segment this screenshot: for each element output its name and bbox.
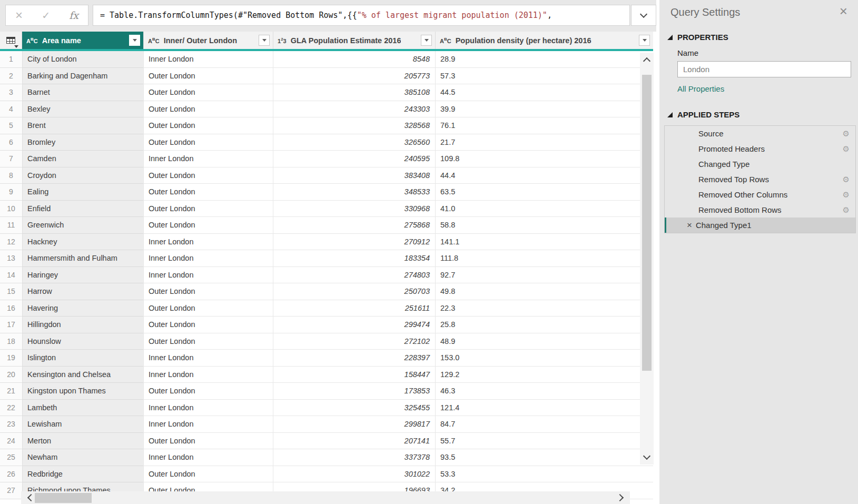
cell-inner-outer[interactable]: Outer London	[143, 101, 273, 118]
cell-density[interactable]: 58.8	[435, 217, 653, 234]
cell-area-name[interactable]: Hillingdon	[22, 317, 143, 333]
cell-area-name[interactable]: Harrow	[22, 283, 143, 300]
cell-area-name[interactable]: Lambeth	[22, 400, 143, 417]
gear-icon[interactable]: ⚙	[843, 175, 850, 184]
row-number[interactable]: 2	[0, 68, 22, 85]
cell-area-name[interactable]: Kingston upon Thames	[22, 383, 143, 400]
column-header[interactable]: ABC Population density (per hectare) 201…	[435, 32, 653, 49]
cell-area-name[interactable]: Brent	[22, 117, 143, 134]
row-number[interactable]: 20	[0, 367, 22, 383]
cell-density[interactable]: 153.0	[435, 350, 653, 367]
cell-population[interactable]: 299817	[273, 416, 435, 433]
cell-inner-outer[interactable]: Outer London	[143, 84, 273, 101]
cell-population[interactable]: 348533	[273, 184, 435, 201]
cell-density[interactable]: 111.8	[435, 250, 653, 267]
cell-inner-outer[interactable]: Outer London	[143, 167, 273, 184]
all-properties-link[interactable]: All Properties	[677, 84, 724, 93]
applied-step-item[interactable]: × Removed Top Rows ⚙	[665, 172, 855, 187]
row-number[interactable]: 13	[0, 250, 22, 267]
cell-inner-outer[interactable]: Inner London	[143, 416, 273, 433]
cell-area-name[interactable]: Barnet	[22, 84, 143, 101]
column-filter-button[interactable]	[259, 35, 270, 46]
cell-population[interactable]: 158447	[273, 367, 435, 383]
row-number[interactable]: 1	[0, 51, 22, 68]
column-filter-button[interactable]	[421, 35, 432, 46]
cell-density[interactable]: 46.3	[435, 383, 653, 400]
applied-step-item[interactable]: × Removed Bottom Rows ⚙	[665, 202, 855, 218]
scroll-down-button[interactable]	[640, 450, 654, 465]
scroll-right-button[interactable]	[614, 491, 628, 504]
cell-inner-outer[interactable]: Outer London	[143, 184, 273, 201]
gear-icon[interactable]: ⚙	[843, 205, 850, 215]
cell-inner-outer[interactable]: Outer London	[143, 134, 273, 151]
cell-area-name[interactable]: Newham	[22, 449, 143, 466]
cell-inner-outer[interactable]: Inner London	[143, 350, 273, 367]
formula-expand-button[interactable]	[631, 5, 656, 26]
horizontal-scrollbar[interactable]	[21, 491, 630, 504]
row-number[interactable]: 14	[0, 267, 22, 284]
cell-area-name[interactable]: Lewisham	[22, 416, 143, 433]
cell-population[interactable]: 337378	[273, 449, 435, 466]
row-number[interactable]: 19	[0, 350, 22, 367]
cell-area-name[interactable]: Havering	[22, 300, 143, 317]
cell-area-name[interactable]: Ealing	[22, 184, 143, 201]
cell-inner-outer[interactable]: Outer London	[143, 217, 273, 234]
row-number[interactable]: 27	[0, 482, 22, 499]
cell-population[interactable]: 240595	[273, 151, 435, 167]
row-number[interactable]: 5	[0, 117, 22, 134]
cell-density[interactable]: 57.3	[435, 68, 653, 85]
cell-inner-outer[interactable]: Inner London	[143, 234, 273, 251]
column-header[interactable]: ABC Inner/ Outer London	[143, 32, 273, 49]
column-header[interactable]: ABC Area name	[22, 32, 143, 49]
cell-area-name[interactable]: Croydon	[22, 167, 143, 184]
row-number[interactable]: 7	[0, 151, 22, 167]
applied-step-item[interactable]: × Changed Type1	[665, 218, 855, 233]
cell-density[interactable]: 129.2	[435, 367, 653, 383]
cell-population[interactable]: 326560	[273, 134, 435, 151]
row-number[interactable]: 12	[0, 234, 22, 251]
cell-density[interactable]: 44.4	[435, 167, 653, 184]
cell-inner-outer[interactable]: Inner London	[143, 449, 273, 466]
cell-population[interactable]: 325455	[273, 400, 435, 417]
vertical-scrollbar[interactable]	[640, 53, 654, 465]
horizontal-scrollbar-thumb[interactable]	[35, 493, 92, 503]
applied-step-item[interactable]: × Promoted Headers ⚙	[665, 141, 855, 156]
cell-area-name[interactable]: Islington	[22, 350, 143, 367]
cell-area-name[interactable]: Haringey	[22, 267, 143, 284]
cell-inner-outer[interactable]: Outer London	[143, 317, 273, 333]
cell-density[interactable]: 44.5	[435, 84, 653, 101]
cell-area-name[interactable]: Merton	[22, 433, 143, 450]
row-number[interactable]: 6	[0, 134, 22, 151]
delete-step-icon[interactable]: ×	[687, 221, 692, 230]
cell-population[interactable]: 270912	[273, 234, 435, 251]
cell-population[interactable]: 205773	[273, 68, 435, 85]
cell-population[interactable]: 383408	[273, 167, 435, 184]
cell-area-name[interactable]: Kensington and Chelsea	[22, 367, 143, 383]
cell-population[interactable]: 228397	[273, 350, 435, 367]
cell-density[interactable]: 93.5	[435, 449, 653, 466]
applied-steps-section-header[interactable]: APPLIED STEPS	[667, 110, 739, 119]
row-number[interactable]: 17	[0, 317, 22, 333]
cell-inner-outer[interactable]: Inner London	[143, 367, 273, 383]
cell-area-name[interactable]: Redbridge	[22, 466, 143, 483]
cell-density[interactable]: 41.0	[435, 201, 653, 218]
cell-density[interactable]: 53.3	[435, 466, 653, 483]
row-number[interactable]: 21	[0, 383, 22, 400]
column-header[interactable]: 123 GLA Population Estimate 2016	[273, 32, 435, 49]
cell-density[interactable]: 109.8	[435, 151, 653, 167]
cell-inner-outer[interactable]: Outer London	[143, 283, 273, 300]
cell-population[interactable]: 275868	[273, 217, 435, 234]
cell-population[interactable]: 251611	[273, 300, 435, 317]
cell-population[interactable]: 250703	[273, 283, 435, 300]
scroll-up-button[interactable]	[640, 53, 654, 67]
cell-population[interactable]: 183354	[273, 250, 435, 267]
cell-density[interactable]: 92.7	[435, 267, 653, 284]
formula-input[interactable]: = Table.TransformColumnTypes(#"Removed B…	[93, 5, 630, 26]
cell-inner-outer[interactable]: Outer London	[143, 466, 273, 483]
cell-area-name[interactable]: Camden	[22, 151, 143, 167]
applied-step-item[interactable]: × Removed Other Columns ⚙	[665, 187, 855, 202]
cell-area-name[interactable]: Greenwich	[22, 217, 143, 234]
cell-inner-outer[interactable]: Inner London	[143, 400, 273, 417]
cell-inner-outer[interactable]: Inner London	[143, 250, 273, 267]
cell-density[interactable]: 76.1	[435, 117, 653, 134]
